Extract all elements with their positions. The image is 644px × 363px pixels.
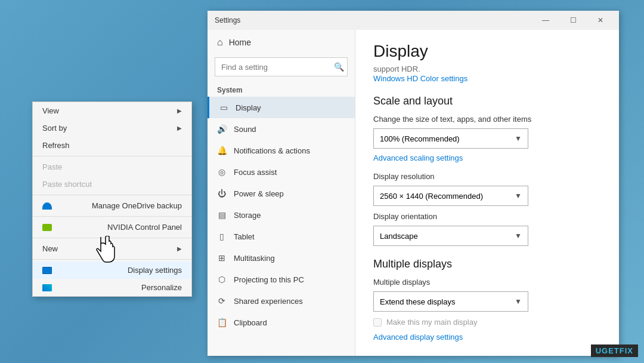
advanced-scaling-link[interactable]: Advanced scaling settings	[373, 153, 601, 162]
notifications-icon: 🔔	[217, 146, 227, 155]
projecting-icon: ⬡	[217, 275, 227, 284]
ctx-personalize[interactable]: Personalize	[33, 279, 191, 296]
ctx-onedrive[interactable]: Manage OneDrive backup	[33, 197, 191, 214]
scale-dropdown[interactable]: 100% (Recommended) ▼	[373, 128, 528, 149]
watermark: UGETFIX	[591, 344, 638, 357]
sidebar-tablet-label: Tablet	[234, 232, 255, 241]
watermark-prefix: UG	[596, 346, 609, 355]
sidebar-item-focus[interactable]: ◎ Focus assist	[208, 161, 355, 183]
settings-body: ⌂ Home 🔍 System ▭ Display 🔊 Sound 🔔 Noti…	[208, 30, 619, 356]
ctx-sep2	[33, 195, 191, 195]
ctx-sep1	[33, 156, 191, 156]
main-display-checkbox[interactable]	[373, 318, 382, 327]
ctx-paste-shortcut: Paste shortcut	[33, 176, 191, 193]
home-icon: ⌂	[217, 37, 223, 48]
sidebar-item-power[interactable]: ⏻ Power & sleep	[208, 183, 355, 204]
sidebar-projecting-label: Projecting to this PC	[234, 275, 304, 284]
resolution-value: 2560 × 1440 (Recommended)	[380, 192, 483, 201]
sound-icon: 🔊	[217, 124, 227, 134]
sidebar-item-display[interactable]: ▭ Display	[208, 97, 355, 118]
storage-icon: ▤	[217, 210, 227, 220]
multiple-value: Extend these displays	[380, 297, 455, 306]
ctx-new-arrow: ▶	[177, 245, 182, 252]
main-content: Display support HDR. Windows HD Color se…	[355, 30, 619, 356]
home-label: Home	[229, 38, 251, 47]
ctx-nvidia-label: NVIDIA Control Panel	[107, 223, 182, 232]
advanced-display-link[interactable]: Advanced display settings	[373, 333, 601, 342]
sidebar-item-multitasking[interactable]: ⊞ Multitasking	[208, 247, 355, 269]
system-section-label: System	[208, 81, 355, 97]
sidebar-home[interactable]: ⌂ Home	[208, 30, 355, 55]
sidebar-focus-label: Focus assist	[234, 168, 277, 177]
multiple-dropdown[interactable]: Extend these displays ▼	[373, 291, 528, 312]
maximize-button[interactable]: ☐	[559, 11, 587, 30]
ctx-personalize-label: Personalize	[141, 283, 182, 292]
sidebar-item-clipboard[interactable]: 📋 Clipboard	[208, 312, 355, 333]
ctx-display-settings[interactable]: Display settings	[33, 262, 191, 279]
nvidia-icon	[42, 224, 52, 231]
clipboard-icon: 📋	[217, 318, 227, 327]
minimize-button[interactable]: —	[532, 11, 559, 30]
ctx-new-label: New	[42, 244, 58, 253]
ctx-paste: Paste	[33, 158, 191, 176]
ctx-paste-shortcut-label: Paste shortcut	[42, 180, 92, 189]
sidebar-display-label: Display	[236, 103, 261, 112]
sidebar-clipboard-label: Clipboard	[234, 318, 267, 327]
scale-chevron: ▼	[515, 134, 522, 143]
scale-value: 100% (Recommended)	[380, 134, 460, 143]
display-settings-icon	[42, 267, 52, 274]
search-input[interactable]	[215, 57, 348, 76]
main-display-row: Make this my main display	[373, 318, 601, 327]
sidebar-item-shared[interactable]: ⟳ Shared experiences	[208, 290, 355, 312]
settings-window: Settings — ☐ ✕ ⌂ Home 🔍 System ▭ Display	[208, 11, 619, 356]
orientation-value: Landscape	[380, 232, 418, 241]
sidebar-storage-label: Storage	[234, 211, 261, 220]
ctx-onedrive-label: Manage OneDrive backup	[92, 201, 182, 210]
sidebar-notifications-label: Notifications & actions	[234, 146, 310, 155]
title-bar: Settings — ☐ ✕	[208, 11, 619, 30]
resolution-dropdown[interactable]: 2560 × 1440 (Recommended) ▼	[373, 186, 528, 206]
hdr-color-link[interactable]: Windows HD Color settings	[373, 74, 601, 83]
ctx-view-arrow: ▶	[177, 107, 182, 114]
window-controls: — ☐ ✕	[532, 11, 614, 30]
multiple-label: Multiple displays	[373, 278, 601, 287]
sidebar-item-sound[interactable]: 🔊 Sound	[208, 118, 355, 140]
sidebar-item-tablet[interactable]: ▯ Tablet	[208, 226, 355, 247]
search-box-container: 🔍	[215, 57, 348, 76]
resolution-chevron: ▼	[515, 192, 522, 200]
scale-label: Change the size of text, apps, and other…	[373, 115, 601, 124]
resolution-label: Display resolution	[373, 172, 601, 181]
sidebar-multitasking-label: Multitasking	[234, 254, 275, 263]
sidebar-item-storage[interactable]: ▤ Storage	[208, 204, 355, 226]
ctx-sortby-label: Sort by	[42, 124, 67, 133]
window-title: Settings	[215, 16, 240, 24]
ctx-refresh[interactable]: Refresh	[33, 137, 191, 154]
personalize-icon	[42, 284, 52, 291]
ctx-sep5	[33, 259, 191, 260]
ctx-nvidia[interactable]: NVIDIA Control Panel	[33, 219, 191, 236]
close-button[interactable]: ✕	[587, 11, 614, 30]
ctx-sortby[interactable]: Sort by ▶	[33, 119, 191, 137]
watermark-highlight: ET	[608, 346, 620, 355]
ctx-sep3	[33, 216, 191, 217]
watermark-suffix: FIX	[620, 346, 633, 355]
scale-heading: Scale and layout	[373, 95, 601, 107]
onedrive-icon	[42, 202, 52, 210]
search-icon: 🔍	[334, 62, 344, 72]
sidebar: ⌂ Home 🔍 System ▭ Display 🔊 Sound 🔔 Noti…	[208, 30, 355, 356]
page-title: Display	[373, 42, 601, 61]
sidebar-item-projecting[interactable]: ⬡ Projecting to this PC	[208, 269, 355, 290]
context-menu: View ▶ Sort by ▶ Refresh Paste Paste sho…	[32, 101, 192, 297]
sidebar-sound-label: Sound	[234, 125, 256, 134]
ctx-display-settings-label: Display settings	[128, 266, 182, 275]
shared-icon: ⟳	[217, 296, 227, 306]
power-icon: ⏻	[217, 189, 227, 198]
orientation-dropdown[interactable]: Landscape ▼	[373, 226, 528, 246]
ctx-view[interactable]: View ▶	[33, 102, 191, 119]
multitasking-icon: ⊞	[217, 253, 227, 263]
ctx-new[interactable]: New ▶	[33, 240, 191, 257]
sidebar-item-notifications[interactable]: 🔔 Notifications & actions	[208, 140, 355, 161]
ctx-sep4	[33, 238, 191, 238]
orientation-label: Display orientation	[373, 212, 601, 221]
ctx-view-label: View	[42, 106, 59, 115]
